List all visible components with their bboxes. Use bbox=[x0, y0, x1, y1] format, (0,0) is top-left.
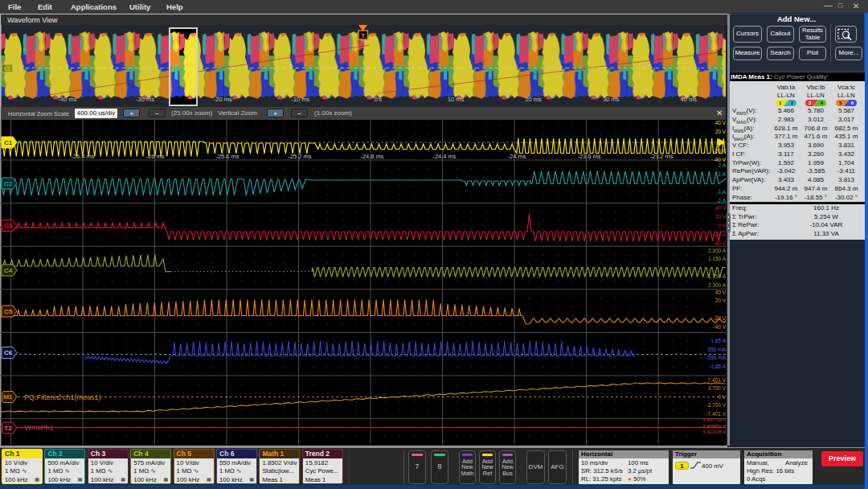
svg-text:-40 ms: -40 ms bbox=[59, 96, 77, 103]
svg-text:-20 ms: -20 ms bbox=[214, 96, 232, 103]
svg-text:40 V: 40 V bbox=[715, 120, 726, 125]
svg-text:-26 ms: -26 ms bbox=[146, 153, 165, 160]
svg-text:C6: C6 bbox=[4, 349, 13, 356]
svg-text:0 V: 0 V bbox=[718, 394, 726, 400]
svg-text:1 A: 1 A bbox=[719, 171, 726, 177]
svg-text:VrmsPh1: VrmsPh1 bbox=[24, 424, 54, 432]
svg-text:5.507714 V: 5.507714 V bbox=[703, 417, 726, 422]
svg-text:C5: C5 bbox=[4, 308, 13, 315]
svg-text:20 V: 20 V bbox=[715, 214, 726, 220]
svg-text:550 mA: 550 mA bbox=[708, 347, 726, 352]
svg-text:-23.6 ms: -23.6 ms bbox=[577, 153, 600, 160]
svg-text:C1: C1 bbox=[4, 66, 11, 72]
svg-text:0 V: 0 V bbox=[718, 223, 726, 228]
svg-text:-3.700 V: -3.700 V bbox=[706, 402, 726, 408]
svg-text:2.300 A: 2.300 A bbox=[708, 282, 726, 288]
svg-text:-1.65 A: -1.65 A bbox=[709, 364, 726, 369]
svg-text:M1: M1 bbox=[3, 393, 13, 401]
svg-text:1.150 A: 1.150 A bbox=[708, 256, 726, 261]
svg-text:C4: C4 bbox=[4, 267, 13, 274]
svg-text:C1: C1 bbox=[4, 139, 13, 146]
svg-text:PQ:Filtered ch1(meas1): PQ:Filtered ch1(meas1) bbox=[24, 393, 101, 401]
svg-text:-40 V: -40 V bbox=[713, 324, 726, 330]
svg-text:-7.401 V: -7.401 V bbox=[706, 411, 726, 417]
svg-text:2 A: 2 A bbox=[719, 162, 726, 168]
svg-text:T: T bbox=[361, 32, 365, 39]
svg-text:C3: C3 bbox=[4, 222, 13, 229]
svg-text:30 ms: 30 ms bbox=[603, 96, 620, 103]
svg-text:T2: T2 bbox=[4, 425, 12, 432]
svg-text:20 V: 20 V bbox=[715, 129, 726, 134]
svg-text:-25.2 ms: -25.2 ms bbox=[288, 153, 311, 160]
svg-text:10 ms: 10 ms bbox=[448, 96, 465, 103]
svg-text:-24.4 ms: -24.4 ms bbox=[432, 153, 456, 160]
svg-text:-24.8 ms: -24.8 ms bbox=[360, 153, 383, 160]
svg-text:-20 V: -20 V bbox=[713, 315, 726, 321]
svg-text:-1 A: -1 A bbox=[716, 189, 726, 195]
svg-text:-20 V: -20 V bbox=[713, 232, 726, 237]
svg-text:20 V: 20 V bbox=[715, 298, 726, 303]
svg-text:5.412005 V: 5.412005 V bbox=[703, 429, 726, 434]
svg-text:-24 ms: -24 ms bbox=[508, 153, 526, 160]
svg-text:-25.6 ms: -25.6 ms bbox=[215, 153, 239, 160]
svg-text:0’s: 0’s bbox=[375, 96, 383, 103]
svg-text:-2 A: -2 A bbox=[716, 198, 726, 203]
svg-text:-23.2 ms: -23.2 ms bbox=[649, 153, 673, 160]
svg-text:2.300 A: 2.300 A bbox=[708, 248, 726, 253]
svg-text:-1.150 A: -1.150 A bbox=[706, 273, 726, 279]
svg-text:-40 V: -40 V bbox=[713, 240, 726, 246]
svg-text:7.401 V: 7.401 V bbox=[708, 377, 726, 383]
svg-text:-30 ms: -30 ms bbox=[136, 96, 154, 103]
svg-text:-26.4 ms: -26.4 ms bbox=[71, 153, 94, 160]
svg-text:40 ms: 40 ms bbox=[681, 96, 698, 103]
svg-text:40 V: 40 V bbox=[715, 290, 726, 295]
svg-text:-550 mA: -550 mA bbox=[706, 355, 726, 360]
svg-text:40 V: 40 V bbox=[715, 205, 726, 211]
svg-text:C2: C2 bbox=[4, 180, 13, 187]
svg-text:3.700 V: 3.700 V bbox=[708, 385, 726, 391]
svg-text:20 ms: 20 ms bbox=[525, 96, 542, 103]
svg-text:-10 ms: -10 ms bbox=[291, 96, 309, 103]
svg-text:5.459859 V: 5.459859 V bbox=[703, 424, 726, 429]
svg-text:-20 V: -20 V bbox=[713, 148, 726, 154]
svg-text:1.65 A: 1.65 A bbox=[711, 338, 726, 343]
